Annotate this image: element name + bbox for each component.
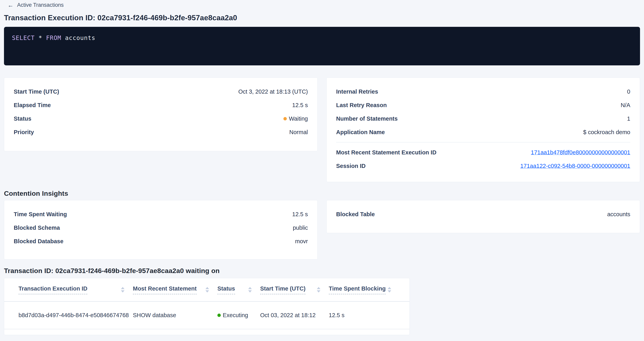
session-id-label: Session ID <box>336 163 366 169</box>
time-spent-waiting-value: 12.5 s <box>292 211 308 218</box>
session-id-row: Session ID 171aa122-c092-54b8-0000-00000… <box>336 159 630 173</box>
contention-details-card: Time Spent Waiting 12.5 s Blocked Schema… <box>4 200 318 260</box>
blocked-database-row: Blocked Database movr <box>14 235 308 248</box>
sort-icon[interactable] <box>206 287 209 293</box>
blocked-schema-value: public <box>293 225 308 231</box>
cell-time-spent-blocking: 12.5 s <box>329 312 400 319</box>
back-to-active-transactions-link[interactable]: ← Active Transactions <box>8 0 64 8</box>
start-time-label: Start Time (UTC) <box>14 88 59 95</box>
column-header-status[interactable]: Status <box>218 285 260 294</box>
time-spent-waiting-label: Time Spent Waiting <box>14 211 67 218</box>
sql-star: * <box>38 34 42 41</box>
elapsed-time-value: 12.5 s <box>292 102 308 108</box>
status-label: Status <box>14 115 32 122</box>
card-divider <box>336 142 630 142</box>
elapsed-time-row: Elapsed Time 12.5 s <box>14 98 308 112</box>
start-time-value: Oct 3, 2022 at 18:13 (UTC) <box>238 88 308 95</box>
statement-execution-id-label: Most Recent Statement Execution ID <box>336 149 436 156</box>
back-link-label: Active Transactions <box>17 2 64 8</box>
elapsed-time-label: Elapsed Time <box>14 102 51 108</box>
cell-start-time: Oct 03, 2022 at 18:12 <box>260 312 329 319</box>
back-arrow-icon: ← <box>8 2 14 8</box>
statement-execution-id-row: Most Recent Statement Execution ID 171aa… <box>336 146 630 159</box>
status-row: Status Waiting <box>14 112 308 125</box>
priority-row: Priority Normal <box>14 125 308 139</box>
sql-statement-box: SELECT * FROM accounts <box>4 27 640 65</box>
blocked-table-row: Blocked Table accounts <box>336 207 630 221</box>
blocked-table-card: Blocked Table accounts <box>326 200 640 233</box>
column-header-time-spent-blocking[interactable]: Time Spent Blocking <box>329 285 400 294</box>
executing-status-dot-icon <box>218 314 221 317</box>
column-header-most-recent-statement[interactable]: Most Recent Statement <box>133 285 218 294</box>
sort-icon[interactable] <box>248 287 252 293</box>
transaction-details-card: Internal Retries 0 Last Retry Reason N/A… <box>326 77 640 182</box>
waiting-transactions-table: Transaction Execution ID Most Recent Sta… <box>4 278 410 335</box>
last-retry-reason-row: Last Retry Reason N/A <box>336 98 630 112</box>
sql-keyword-from: FROM <box>46 34 61 41</box>
number-of-statements-row: Number of Statements 1 <box>336 112 630 125</box>
application-name-value: $ cockroach demo <box>583 129 630 135</box>
blocked-table-label: Blocked Table <box>336 211 375 218</box>
priority-value: Normal <box>290 129 308 135</box>
column-header-transaction-execution-id[interactable]: Transaction Execution ID <box>18 285 133 294</box>
number-of-statements-value: 1 <box>627 115 630 122</box>
sql-keyword-select: SELECT <box>12 34 34 41</box>
column-header-label: Status <box>218 285 235 294</box>
table-row: b8d7d03a-d497-446b-8474-e50846674768 SHO… <box>4 302 410 329</box>
sql-identifier: accounts <box>65 34 96 41</box>
waiting-on-heading: Transaction ID: 02ca7931-f246-469b-b2fe-… <box>4 267 640 275</box>
column-header-label: Time Spent Blocking <box>329 285 386 294</box>
sql-statement: SELECT * FROM accounts <box>12 34 95 41</box>
cell-most-recent-statement: SHOW database <box>133 312 218 319</box>
sort-icon[interactable] <box>121 287 124 293</box>
internal-retries-row: Internal Retries 0 <box>336 85 630 98</box>
application-name-label: Application Name <box>336 129 385 135</box>
blocked-database-value: movr <box>295 238 308 245</box>
cell-status: Executing <box>218 312 260 319</box>
status-text: Waiting <box>289 115 308 122</box>
blocked-schema-label: Blocked Schema <box>14 225 60 231</box>
table-header-row: Transaction Execution ID Most Recent Sta… <box>4 278 410 302</box>
page-title: Transaction Execution ID: 02ca7931-f246-… <box>4 14 640 22</box>
blocked-database-label: Blocked Database <box>14 238 64 245</box>
application-name-row: Application Name $ cockroach demo <box>336 125 630 139</box>
sort-icon[interactable] <box>317 287 320 293</box>
internal-retries-value: 0 <box>627 88 630 95</box>
last-retry-reason-value: N/A <box>621 102 630 108</box>
blocked-schema-row: Blocked Schema public <box>14 221 308 235</box>
column-header-label: Most Recent Statement <box>133 285 197 294</box>
status-value: Waiting <box>284 115 308 122</box>
start-time-row: Start Time (UTC) Oct 3, 2022 at 18:13 (U… <box>14 85 308 98</box>
transaction-details-page: ← Active Transactions Transaction Execut… <box>0 0 644 341</box>
cell-transaction-execution-id: b8d7d03a-d497-446b-8474-e50846674768 <box>18 312 133 319</box>
column-header-label: Transaction Execution ID <box>18 285 87 294</box>
column-header-label: Start Time (UTC) <box>260 285 306 294</box>
time-spent-waiting-row: Time Spent Waiting 12.5 s <box>14 207 308 221</box>
column-header-start-time[interactable]: Start Time (UTC) <box>260 285 329 294</box>
blocked-table-value: accounts <box>607 211 630 218</box>
status-text: Executing <box>223 312 248 319</box>
priority-label: Priority <box>14 129 34 135</box>
sort-icon[interactable] <box>388 287 391 293</box>
internal-retries-label: Internal Retries <box>336 88 378 95</box>
waiting-status-dot-icon <box>284 117 287 120</box>
last-retry-reason-label: Last Retry Reason <box>336 102 387 108</box>
statement-execution-id-link[interactable]: 171aa1b478fdf0e80000000000000001 <box>531 149 630 156</box>
transaction-overview-card: Start Time (UTC) Oct 3, 2022 at 18:13 (U… <box>4 77 318 151</box>
session-id-link[interactable]: 171aa122-c092-54b8-0000-000000000001 <box>520 163 630 169</box>
number-of-statements-label: Number of Statements <box>336 115 398 122</box>
contention-insights-heading: Contention Insights <box>4 190 640 197</box>
